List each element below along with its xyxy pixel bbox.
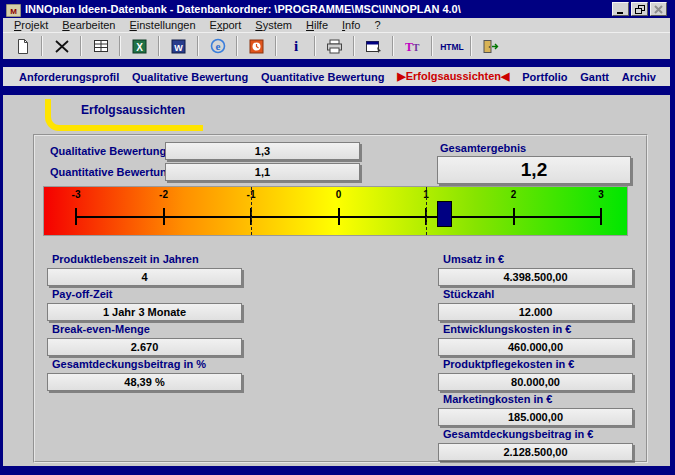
title-bar: M INNOplan Ideen-Datenbank - Datenbankor… [3, 0, 670, 18]
field-row-entwicklungskosten-in: Entwicklungskosten in €460.000,00 [438, 323, 633, 356]
quantitative-bewertung-field[interactable]: 1,1 [165, 163, 360, 181]
field-value[interactable]: 1 Jahr 3 Monate [47, 303, 242, 321]
field-row-gesamtdeckungsbeitrag-in: Gesamtdeckungsbeitrag in %48,39 % [47, 358, 387, 391]
field-label: Entwicklungskosten in € [438, 323, 633, 336]
html-export-button[interactable]: HTML [438, 35, 465, 57]
fonts-button[interactable]: TT [399, 35, 426, 57]
delete-button[interactable] [48, 35, 75, 57]
toolbar: XWeiTTHTML [3, 33, 670, 59]
toolbar-separator [80, 36, 82, 56]
svg-text:W: W [174, 42, 183, 52]
field-value[interactable]: 48,39 % [47, 373, 242, 391]
field-row-umsatz-in: Umsatz in €4.398.500,00 [438, 253, 633, 286]
field-label: Marketingkosten in € [438, 393, 633, 406]
menu-bar: ProjektBearbeitenEinstellungenExportSyst… [3, 18, 670, 33]
window-title: INNOplan Ideen-Datenbank - Datenbankordn… [25, 3, 612, 15]
report-table-icon [93, 39, 109, 53]
menu-projekt[interactable]: Projekt [7, 19, 55, 31]
separator-band-bottom [3, 86, 670, 95]
gesamtergebnis-field[interactable]: 1,2 [437, 156, 631, 184]
excel-export-button[interactable]: X [126, 35, 153, 57]
info-icon: i [291, 38, 301, 54]
properties-icon [365, 39, 382, 53]
toolbar-separator [353, 36, 355, 56]
tab-archiv[interactable]: Archiv [622, 71, 656, 83]
field-value[interactable]: 2.670 [47, 338, 242, 356]
word-export-icon: W [171, 39, 186, 54]
field-label: Break-even-Menge [47, 323, 387, 336]
quantitative-bewertung-label: Quantitative Bewertung [50, 166, 173, 178]
new-document-button[interactable] [9, 35, 36, 57]
menu-hilfe[interactable]: Hilfe [299, 19, 335, 31]
gauge-marker[interactable] [437, 201, 452, 227]
svg-text:HTML: HTML [440, 42, 464, 52]
gauge-tick [600, 208, 602, 225]
tab-erfolgsaussichten[interactable]: ▶Erfolgsaussichten◀ [397, 70, 509, 83]
info-button[interactable]: i [282, 35, 309, 57]
field-row-produktlebenszeit-in-jahren: Produktlebenszeit in Jahren4 [47, 253, 387, 286]
field-row-break-even-menge: Break-even-Menge2.670 [47, 323, 387, 356]
field-value[interactable]: 4 [47, 268, 242, 286]
field-value[interactable]: 80.000,00 [438, 373, 633, 391]
window-inner: M INNOplan Ideen-Datenbank - Datenbankor… [3, 0, 670, 466]
properties-button[interactable] [360, 35, 387, 57]
svg-text:M: M [10, 7, 17, 16]
tab-gantt[interactable]: Gantt [580, 71, 609, 83]
fonts-icon: TT [405, 39, 421, 54]
qualitative-bewertung-label: Qualitative Bewertung [50, 145, 166, 157]
content-area: Erfolgsaussichten Qualitative Bewertung … [3, 95, 670, 466]
gauge-tick-label: 2 [504, 189, 524, 200]
tab-anforderungsprofil[interactable]: Anforderungsprofil [19, 71, 119, 83]
field-value[interactable]: 2.128.500,00 [438, 443, 633, 461]
gauge-tick [163, 208, 165, 225]
gauge-tick [513, 208, 515, 225]
svg-text:X: X [136, 41, 143, 52]
tab-portfolio[interactable]: Portfolio [522, 71, 567, 83]
separator-band-top [3, 59, 670, 67]
restore-button[interactable] [631, 2, 648, 16]
rating-gauge: -3-2-10123 [43, 186, 628, 236]
html-export-icon: HTML [438, 40, 466, 52]
field-row-marketingkosten-in: Marketingkosten in €185.000,00 [438, 393, 633, 426]
toolbar-separator [236, 36, 238, 56]
menu-info[interactable]: Info [335, 19, 367, 31]
schedule-icon [249, 39, 264, 54]
print-icon [326, 39, 343, 54]
gauge-tick [75, 208, 77, 225]
print-button[interactable] [321, 35, 348, 57]
field-label: Pay-off-Zeit [47, 288, 387, 301]
toolbar-separator [197, 36, 199, 56]
app-icon: M [6, 3, 21, 16]
menu-item[interactable]: ? [367, 19, 387, 31]
gauge-tick-label: -2 [154, 189, 174, 200]
toolbar-separator [275, 36, 277, 56]
menu-system[interactable]: System [248, 19, 299, 31]
field-value[interactable]: 460.000,00 [438, 338, 633, 356]
tab-quantitative-bewertung[interactable]: Quantitative Bewertung [261, 71, 384, 83]
field-value[interactable]: 12.000 [438, 303, 633, 321]
menu-bearbeiten[interactable]: Bearbeiten [55, 19, 122, 31]
tab-bar: AnforderungsprofilQualitative BewertungQ… [3, 67, 670, 86]
menu-einstellungen[interactable]: Einstellungen [122, 19, 202, 31]
qualitative-bewertung-field[interactable]: 1,3 [165, 142, 360, 160]
field-label: Gesamtdeckungsbeitrag in % [47, 358, 387, 371]
word-export-button[interactable]: W [165, 35, 192, 57]
gauge-tick [338, 208, 340, 225]
close-button[interactable] [650, 2, 667, 16]
minimize-button[interactable] [612, 2, 629, 16]
field-value[interactable]: 4.398.500,00 [438, 268, 633, 286]
internet-button[interactable]: e [204, 35, 231, 57]
tab-qualitative-bewertung[interactable]: Qualitative Bewertung [132, 71, 248, 83]
report-table-button[interactable] [87, 35, 114, 57]
internet-icon: e [210, 38, 226, 54]
svg-text:i: i [293, 38, 297, 54]
field-label: Gesamtdeckungsbeitrag in € [438, 428, 633, 441]
schedule-button[interactable] [243, 35, 270, 57]
field-row-gesamtdeckungsbeitrag-in: Gesamtdeckungsbeitrag in €2.128.500,00 [438, 428, 633, 461]
field-label: Stückzahl [438, 288, 633, 301]
field-label: Produktpflegekosten in € [438, 358, 633, 371]
menu-export[interactable]: Export [203, 19, 249, 31]
field-value[interactable]: 185.000,00 [438, 408, 633, 426]
gesamtergebnis-label: Gesamtergebnis [440, 142, 526, 154]
exit-button[interactable] [477, 35, 504, 57]
